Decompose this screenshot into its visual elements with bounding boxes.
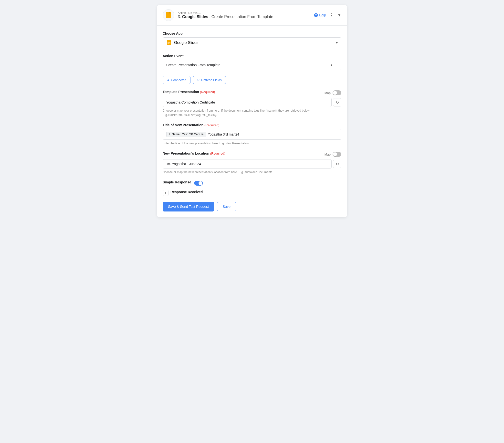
google-slides-small-icon xyxy=(166,40,172,45)
app-icon-wrapper xyxy=(163,9,174,21)
action-event-dropdown[interactable]: Create Presentation From Template ▾ xyxy=(163,60,341,70)
template-required-tag: (Required) xyxy=(200,90,215,94)
svg-rect-5 xyxy=(167,42,170,43)
separator: : xyxy=(209,15,212,19)
template-map-toggle[interactable] xyxy=(333,90,341,95)
title-tag-chip: 1. Name : Yash YK Certi raj xyxy=(166,132,206,137)
choose-app-label: Choose App xyxy=(163,32,341,36)
step-number: 3. xyxy=(178,15,181,19)
svg-rect-3 xyxy=(167,16,169,16)
template-map-row: Template Presentation (Required) Map xyxy=(163,90,341,96)
template-select-wrapper: Yogastha Completion Certificate ↻ xyxy=(163,98,341,107)
refresh-icon: ↻ xyxy=(197,78,200,82)
title-required-tag: (Required) xyxy=(204,123,219,127)
choose-app-arrow: ▾ xyxy=(336,41,338,45)
location-map-row: New Presentation's Location (Required) M… xyxy=(163,151,341,157)
help-icon: ? xyxy=(314,13,318,17)
help-label: Help xyxy=(319,13,326,17)
save-test-button[interactable]: Save & Send Test Request xyxy=(163,202,214,211)
title-input-area[interactable]: 1. Name : Yash YK Certi raj Yogastha 3rd… xyxy=(163,129,341,140)
footer-buttons: Save & Send Test Request Save xyxy=(163,202,341,211)
location-required-tag: (Required) xyxy=(210,152,225,155)
title-section: Title of New Presentation (Required) 1. … xyxy=(163,123,341,146)
title-label: Title of New Presentation (Required) xyxy=(163,123,341,127)
help-link[interactable]: ? Help xyxy=(314,13,326,17)
header-text: Action : Do this ... 3. Google Slides : … xyxy=(178,11,273,19)
action-event-arrow: ▾ xyxy=(331,63,332,67)
action-event-label: Action Event xyxy=(163,54,341,58)
location-refresh-button[interactable]: ↻ xyxy=(333,160,341,168)
location-label: New Presentation's Location (Required) xyxy=(163,151,225,155)
location-select[interactable]: 15. Yogastha - June'24 xyxy=(163,159,332,168)
location-map-toggle[interactable] xyxy=(333,152,341,157)
action-name-title: Create Presentation From Template xyxy=(212,15,273,19)
header: Action : Do this ... 3. Google Slides : … xyxy=(157,5,347,26)
main-card: Action : Do this ... 3. Google Slides : … xyxy=(157,5,347,217)
svg-rect-6 xyxy=(167,43,169,44)
location-map-label: Map xyxy=(324,153,331,156)
action-label: Action : Do this ... xyxy=(178,11,273,15)
google-slides-icon xyxy=(165,12,172,19)
title-tag-text: Yogastha 3rd mar'24 xyxy=(208,132,239,136)
svg-rect-2 xyxy=(167,15,170,15)
response-received-label: Response Received xyxy=(170,190,203,194)
refresh-fields-button[interactable]: ↻ Refresh Fields xyxy=(193,76,226,84)
connection-buttons: ⬇ Connected ↻ Refresh Fields xyxy=(163,76,341,84)
choose-app-dropdown[interactable]: Google Slides ▾ xyxy=(163,37,341,48)
connected-label: Connected xyxy=(171,78,186,82)
app-name-title: Google Slides xyxy=(182,15,208,19)
simple-response-toggle[interactable] xyxy=(194,181,203,185)
choose-app-selected: Google Slides xyxy=(174,40,198,45)
template-map-label: Map xyxy=(324,91,331,95)
header-left: Action : Do this ... 3. Google Slides : … xyxy=(163,9,273,21)
refresh-label: Refresh Fields xyxy=(201,78,222,82)
location-section: New Presentation's Location (Required) M… xyxy=(163,151,341,174)
response-received-chevron[interactable]: ▾ xyxy=(163,190,168,196)
location-select-wrapper: 15. Yogastha - June'24 ↻ xyxy=(163,159,341,168)
save-button[interactable]: Save xyxy=(217,202,236,211)
simple-response-label: Simple Response xyxy=(163,180,191,184)
action-title: 3. Google Slides : Create Presentation F… xyxy=(178,15,273,19)
action-event-selected: Create Presentation From Template xyxy=(166,63,220,67)
template-presentation-section: Template Presentation (Required) Map Yog… xyxy=(163,90,341,117)
connected-icon: ⬇ xyxy=(167,78,169,82)
template-select[interactable]: Yogastha Completion Certificate xyxy=(163,98,332,107)
collapse-button[interactable]: ▾ xyxy=(337,12,341,19)
connected-button[interactable]: ⬇ Connected xyxy=(163,76,190,84)
location-map-toggle-group: Map xyxy=(324,152,341,157)
template-map-toggle-group: Map xyxy=(324,90,341,95)
template-hint: Choose or map your presentation from her… xyxy=(163,109,341,117)
template-label: Template Presentation (Required) xyxy=(163,90,215,94)
choose-app-section: Choose App Google Slides ▾ xyxy=(163,32,341,48)
template-refresh-button[interactable]: ↻ xyxy=(333,98,341,107)
location-hint: Choose or map the new presentation's loc… xyxy=(163,170,341,174)
header-right: ? Help ⋮ ▾ xyxy=(314,12,341,19)
action-event-section: Action Event Create Presentation From Te… xyxy=(163,54,341,70)
simple-response-section: Simple Response xyxy=(163,180,341,186)
response-received-section: ▾ Response Received xyxy=(163,190,341,196)
body: Choose App Google Slides ▾ Action Event xyxy=(157,26,347,217)
kebab-menu-button[interactable]: ⋮ xyxy=(328,12,335,19)
app-dropdown-left: Google Slides xyxy=(166,40,198,45)
title-hint: Enter the title of the new presentation … xyxy=(163,141,341,146)
